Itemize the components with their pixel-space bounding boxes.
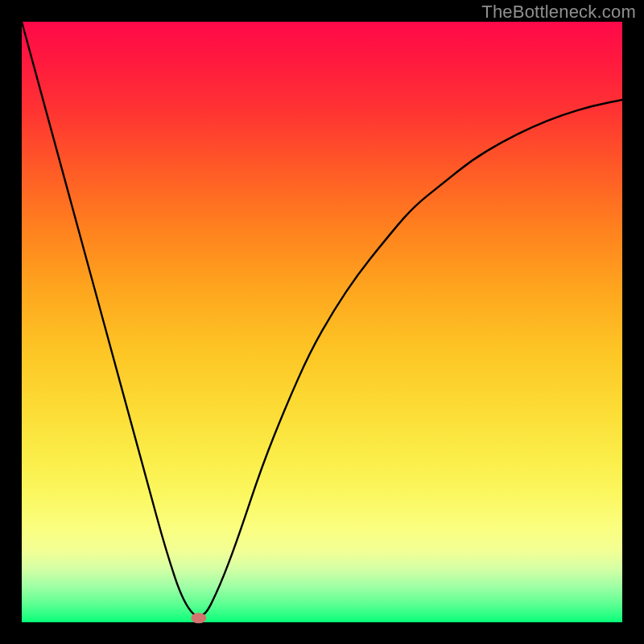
bottleneck-curve: [22, 22, 622, 617]
curve-svg: [22, 22, 622, 622]
plot-area: [22, 22, 622, 622]
watermark-text: TheBottleneck.com: [481, 2, 636, 23]
chart-stage: TheBottleneck.com: [0, 0, 644, 644]
